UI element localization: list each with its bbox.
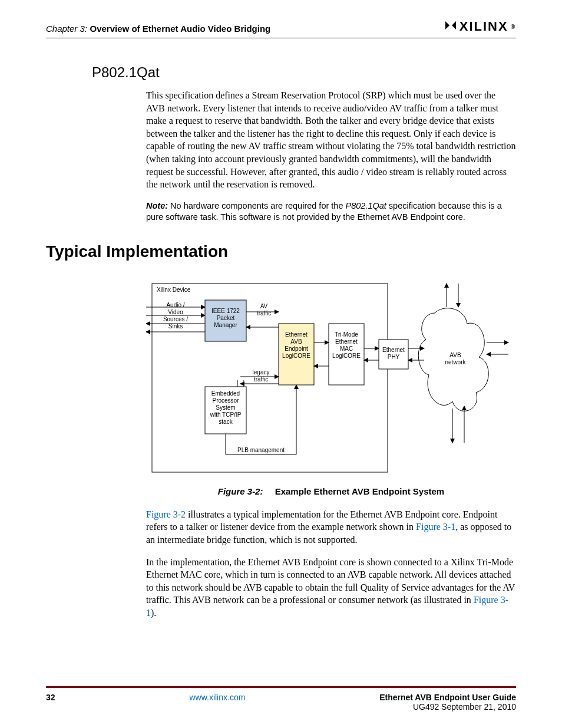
footer-doc-id: UG492 September 21, 2010 [379,702,516,711]
note-block: Note: No hardware components are require… [146,200,516,223]
footer-rule [46,686,516,688]
sub-heading-p8021qat: P802.1Qat [92,64,516,81]
label-avb-3: Endpoint [285,345,308,352]
label-phy-2: PHY [388,354,400,360]
page-header: Chapter 3: Overview of Ethernet Audio Vi… [46,19,516,38]
figure-caption-label: Figure 3-2: [218,486,263,496]
note-label: Note: [146,201,168,210]
label-mac-1: Tri-Mode [335,331,358,338]
post-figure-paragraph-1: Figure 3-2 illustrates a typical impleme… [146,508,516,546]
label-plb: PLB management [237,447,285,453]
label-net-2: network [445,359,466,365]
label-proc-4: with TCP/IP [210,411,242,418]
label-ieee-3: Manager [214,322,237,328]
label-sources-2: Video [168,309,183,315]
link-figure-3-2[interactable]: Figure 3-2 [146,509,186,519]
label-avb-4: LogiCORE [282,353,310,359]
label-legacy-1: legacy [253,369,270,375]
footer-guide-title: Ethernet AVB Endpoint User Guide [379,693,516,702]
link-figure-3-1-a[interactable]: Figure 3-1 [416,522,455,532]
paragraph-srp: This specification defines a Stream Rese… [146,89,516,191]
figure-diagram: Xilinx Device Audio / Video Sources / Si… [146,278,511,478]
text-span: ). [151,608,156,618]
figure-caption: Figure 3-2: Example Ethernet AVB Endpoin… [146,486,516,496]
label-avb-1: Ethernet [285,331,308,338]
label-ieee-2: Packet [217,315,235,321]
note-italic-term: P802.1Qat [346,201,386,210]
xilinx-logo-text: XILINX [459,19,508,34]
label-legacy-2: traffic [254,376,268,383]
label-mac-2: Ethernet [335,338,358,345]
label-proc-2: Processor [212,397,239,404]
label-sources-3: Sources / [163,316,188,322]
label-sources-4: Sinks [168,323,183,330]
label-proc-1: Embedded [211,390,240,397]
label-av-1: AV [260,303,268,309]
label-mac-4: LogiCORE [332,353,361,359]
section-heading-typical-implementation: Typical Implementation [46,242,516,261]
xilinx-logo-icon [444,20,457,34]
page-footer: 32 www.xilinx.com Ethernet AVB Endpoint … [46,686,516,711]
chapter-title: Overview of Ethernet Audio Video Bridgin… [90,24,271,34]
label-proc-3: System [216,404,235,411]
post-figure-paragraph-2: In the implementation, the Ethernet AVB … [146,556,516,620]
label-avb-2: AVB [290,338,302,345]
label-phy-1: Ethernet [382,347,405,353]
page-number: 32 [46,693,55,711]
figure-3-2: Xilinx Device Audio / Video Sources / Si… [146,278,516,496]
note-text-before: No hardware components are required for … [170,201,345,210]
text-span: In the implementation, the Ethernet AVB … [146,557,515,605]
xilinx-logo: XILINX ® [444,19,516,34]
footer-link[interactable]: www.xilinx.com [55,693,380,711]
label-av-2: traffic [257,310,271,317]
chapter-info: Chapter 3: Overview of Ethernet Audio Vi… [46,24,270,34]
label-xilinx-device: Xilinx Device [157,286,191,293]
label-proc-5: stack [219,419,233,425]
label-net-1: AVB [449,352,461,358]
label-ieee-1: IEEE 1722 [211,308,240,314]
chapter-prefix: Chapter 3: [46,24,87,34]
label-mac-3: MAC [340,345,353,352]
figure-caption-title: Example Ethernet AVB Endpoint System [275,486,445,496]
